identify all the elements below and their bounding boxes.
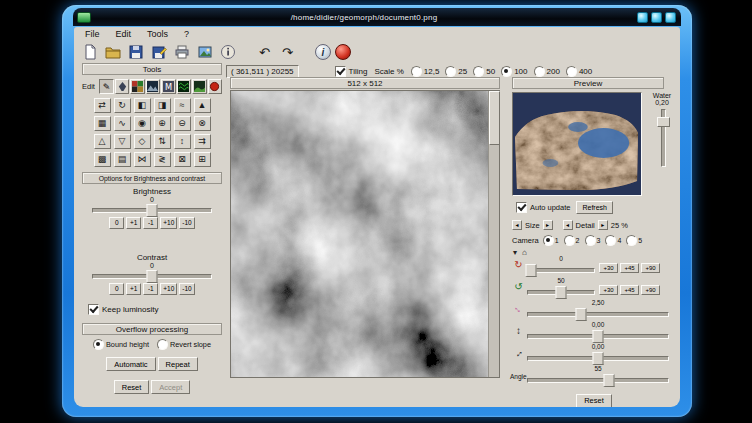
heightmap-canvas[interactable] (231, 91, 488, 377)
rotate-z-plus90-button[interactable]: +90 (641, 285, 660, 295)
lines-tool[interactable]: ▤ (114, 152, 131, 167)
contrast-step-button[interactable]: -1 (143, 283, 158, 295)
zoom-slider[interactable] (527, 307, 669, 318)
record-circle-button[interactable] (335, 44, 351, 60)
menu-item[interactable]: File (78, 28, 107, 41)
canvas-area[interactable] (230, 90, 500, 378)
shift-tool[interactable]: ⇉ (194, 134, 211, 149)
keep-luminosity-checkbox[interactable]: Keep luminosity (88, 304, 222, 315)
slider-handle[interactable] (147, 270, 158, 283)
scale-option[interactable]: 50 (473, 66, 495, 77)
scale-option[interactable]: 400 (566, 66, 592, 77)
keep-luminosity-checkbox-box[interactable] (88, 304, 99, 315)
slider-handle[interactable] (556, 286, 567, 299)
add-tool[interactable]: ⊕ (154, 116, 171, 131)
mountains-generator-button[interactable] (146, 79, 160, 94)
close-button[interactable] (665, 12, 676, 23)
info-circle-button[interactable]: i (315, 44, 331, 60)
swap-tool[interactable]: ⇄ (94, 98, 111, 113)
record-tool-button[interactable] (208, 79, 222, 94)
open-button[interactable] (103, 43, 122, 62)
reset-button[interactable]: Reset (114, 380, 150, 394)
brightness-slider[interactable] (92, 203, 212, 216)
subtract-tool[interactable]: ⊖ (174, 116, 191, 131)
auto-update-checkbox-box[interactable] (516, 202, 527, 213)
brightness-step-button[interactable]: 0 (109, 217, 124, 229)
slider-handle[interactable] (526, 264, 537, 277)
scale-radio[interactable] (566, 66, 577, 77)
print-button[interactable] (172, 43, 191, 62)
waves-generator-button[interactable] (177, 79, 191, 94)
scale-radio[interactable] (501, 66, 512, 77)
brightness-step-button[interactable]: +1 (126, 217, 141, 229)
camera-radio[interactable] (605, 235, 616, 246)
camera-option[interactable]: 1 (543, 235, 559, 246)
preview-reset-button[interactable]: Reset (576, 394, 612, 408)
menu-item[interactable]: Edit (109, 28, 139, 41)
size-increase-button[interactable]: ▸ (543, 220, 553, 230)
titlebar[interactable]: /home/didier/geomorph/document0.png (73, 8, 681, 26)
mosaic-generator-button[interactable] (130, 79, 144, 94)
scale-radio[interactable] (534, 66, 545, 77)
rotate-x-plus45-button[interactable]: +45 (620, 263, 639, 273)
overflow-option[interactable]: Revert slope (157, 339, 211, 350)
overflow-radio[interactable] (157, 339, 168, 350)
contrast-step-button[interactable]: 0 (109, 283, 124, 295)
auto-update-checkbox[interactable]: Auto update (516, 202, 570, 213)
rotate-x-slider[interactable] (527, 263, 595, 274)
canvas-vertical-scrollbar[interactable] (488, 91, 499, 377)
stretch-tool[interactable]: ↕ (174, 134, 191, 149)
slider-handle[interactable] (147, 204, 158, 217)
camera-option[interactable]: 4 (605, 235, 621, 246)
raise-tool[interactable]: △ (94, 134, 111, 149)
scale-option[interactable]: 12,5 (411, 66, 440, 77)
document-info-button[interactable] (218, 43, 237, 62)
contrast-slider[interactable] (92, 269, 212, 282)
rotate-tool[interactable]: ↻ (114, 98, 131, 113)
smooth-tool[interactable]: ≈ (174, 98, 191, 113)
translate-horizontal-slider[interactable] (527, 351, 669, 362)
multiply-tool[interactable]: ⊗ (194, 116, 211, 131)
menu-item[interactable]: Tools (140, 28, 175, 41)
peak-tool[interactable]: ▲ (194, 98, 211, 113)
angle-slider[interactable] (527, 373, 669, 384)
scale-radio[interactable] (411, 66, 422, 77)
slider-handle[interactable] (657, 117, 670, 127)
threshold-tool[interactable]: ≷ (154, 152, 171, 167)
scale-option[interactable]: 200 (534, 66, 560, 77)
slider-handle[interactable] (593, 330, 604, 343)
camera-option[interactable]: 3 (585, 235, 601, 246)
lower-tool[interactable]: ▽ (114, 134, 131, 149)
water-slider[interactable] (656, 109, 669, 167)
mirror-h-tool[interactable]: ◧ (134, 98, 151, 113)
terrain-generator-button[interactable] (192, 79, 206, 94)
brightness-step-button[interactable]: -1 (143, 217, 158, 229)
merge-tool[interactable]: ⋈ (134, 152, 151, 167)
camera-radio[interactable] (585, 235, 596, 246)
tiling-checkbox[interactable]: Tiling (335, 66, 368, 77)
rotate-z-slider[interactable] (527, 285, 595, 296)
undo-button[interactable]: ↶ (255, 43, 274, 62)
flip-tool[interactable]: ⇅ (154, 134, 171, 149)
camera-option[interactable]: 2 (564, 235, 580, 246)
rotate-z-plus30-button[interactable]: +30 (599, 285, 618, 295)
contrast-step-button[interactable]: +10 (160, 283, 177, 295)
scale-option[interactable]: 25 (445, 66, 467, 77)
refresh-button[interactable]: Refresh (576, 201, 613, 214)
camera-radio[interactable] (564, 235, 575, 246)
scrollbar-thumb[interactable] (489, 91, 500, 145)
camera-radio[interactable] (543, 235, 554, 246)
pencil-tool-button[interactable]: ✎ (99, 79, 113, 94)
diamond-tool[interactable]: ◇ (134, 134, 151, 149)
size-decrease-button[interactable]: ◂ (512, 220, 522, 230)
rotate-x-plus30-button[interactable]: +30 (599, 263, 618, 273)
pen-tool-button[interactable] (115, 79, 129, 94)
detail-decrease-button[interactable]: ◂ (563, 220, 573, 230)
save-as-button[interactable] (149, 43, 168, 62)
redo-button[interactable]: ↷ (278, 43, 297, 62)
rotate-z-plus45-button[interactable]: +45 (620, 285, 639, 295)
maximize-button[interactable] (651, 12, 662, 23)
pattern-tool[interactable]: ▩ (94, 152, 111, 167)
terrain-preview[interactable] (512, 92, 642, 196)
overflow-option[interactable]: Bound height (93, 339, 149, 350)
